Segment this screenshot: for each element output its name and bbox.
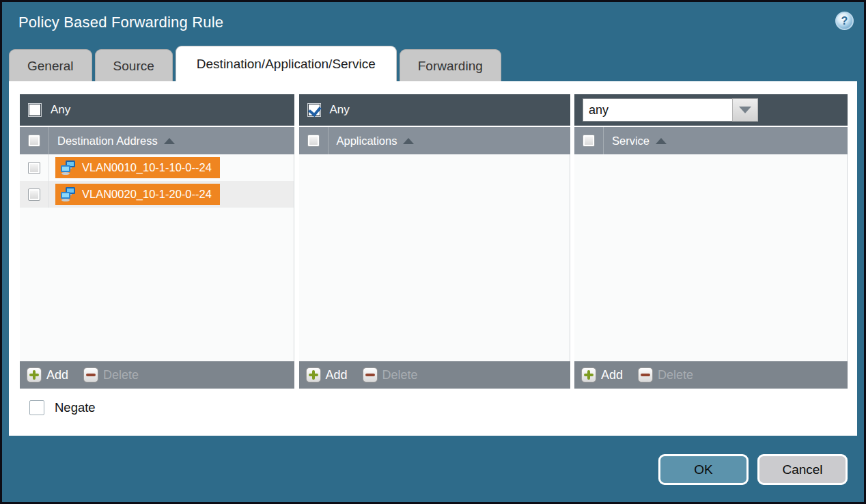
cancel-button[interactable]: Cancel [757,454,848,485]
negate-row: Negate [20,400,848,415]
applications-select-all-checkbox[interactable] [307,135,320,147]
destination-any-checkbox[interactable] [28,103,42,117]
plus-icon [306,367,321,382]
row-checkbox[interactable] [28,188,40,201]
applications-column-header: Applications [299,127,570,154]
service-panel: Service Add Delete [574,94,848,389]
ok-button[interactable]: OK [658,454,749,485]
negate-label: Negate [55,400,96,415]
minus-icon [638,367,653,382]
sort-ascending-icon[interactable] [656,138,667,144]
dropdown-button[interactable] [732,98,758,122]
row-checkbox[interactable] [28,162,40,174]
applications-list [299,154,570,361]
service-dropdown-bar [574,94,848,126]
network-address-icon [59,186,76,202]
delete-button[interactable]: Delete [83,367,139,382]
service-select-all-checkbox[interactable] [583,135,595,147]
address-chip-label: VLAN0010_10-1-10-0--24 [82,161,212,174]
add-button[interactable]: Add [581,367,623,382]
destination-any-label: Any [51,103,70,117]
sort-ascending-icon[interactable] [164,138,175,144]
applications-any-checkbox[interactable] [307,103,321,117]
network-address-icon [59,160,76,176]
destination-column-label[interactable]: Destination Address [57,135,158,148]
minus-icon [363,367,378,382]
applications-column-label[interactable]: Applications [337,135,397,148]
titlebar: Policy Based Forwarding Rule ? [2,2,864,46]
table-row[interactable]: VLAN0010_10-1-10-0--24 [20,154,294,181]
destination-list: VLAN0010_10-1-10-0--24 [20,154,294,361]
destination-any-bar: Any [20,94,294,126]
destination-column-header: Destination Address [20,127,294,154]
applications-any-label: Any [330,103,350,117]
applications-toolbar: Add Delete [299,361,570,389]
panel-row: Any Destination Address [20,94,848,389]
policy-based-forwarding-dialog: Policy Based Forwarding Rule ? General S… [0,0,866,504]
service-list [574,154,848,361]
delete-button[interactable]: Delete [363,367,418,382]
plus-icon [27,367,42,382]
tab-content: Any Destination Address [9,81,857,436]
negate-checkbox[interactable] [29,400,44,415]
address-chip[interactable]: VLAN0010_10-1-10-0--24 [55,157,220,178]
service-dropdown-input[interactable] [583,98,732,122]
add-button[interactable]: Add [306,367,348,382]
destination-toolbar: Add Delete [20,361,294,389]
delete-button[interactable]: Delete [638,367,693,382]
dialog-title: Policy Based Forwarding Rule [18,14,223,31]
service-column-header: Service [574,127,848,154]
service-column-label[interactable]: Service [612,135,650,148]
tab-bar: General Source Destination/Application/S… [2,46,864,81]
tab-destination-application-service[interactable]: Destination/Application/Service [176,46,397,81]
sort-ascending-icon[interactable] [403,138,414,144]
add-button[interactable]: Add [27,367,68,382]
plus-icon [581,367,596,382]
applications-panel: Any Applications Add Delete [299,94,570,389]
destination-select-all-checkbox[interactable] [28,135,40,147]
table-row[interactable]: VLAN0020_10-1-20-0--24 [20,181,294,208]
destination-panel: Any Destination Address [20,94,294,389]
address-chip-label: VLAN0020_10-1-20-0--24 [82,188,212,201]
tab-forwarding[interactable]: Forwarding [400,49,501,81]
address-chip[interactable]: VLAN0020_10-1-20-0--24 [55,184,220,205]
dialog-buttons: OK Cancel [2,437,864,502]
chevron-down-icon [739,107,751,113]
service-dropdown [583,98,758,122]
help-icon[interactable]: ? [835,12,854,30]
tab-source[interactable]: Source [95,49,173,81]
tab-general[interactable]: General [9,49,92,81]
applications-any-bar: Any [299,94,570,126]
service-toolbar: Add Delete [574,361,848,389]
minus-icon [83,367,98,382]
